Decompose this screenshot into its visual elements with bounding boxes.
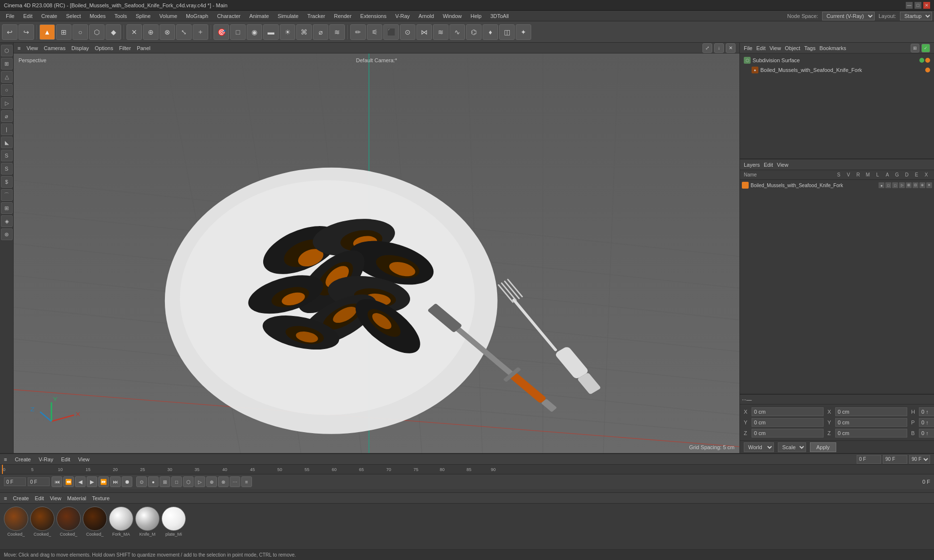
next-frame-button[interactable]: ⏩ [98,476,109,487]
timeline-btn-3[interactable]: ⊞ [160,476,170,487]
left-tool-15[interactable]: ⊛ [1,228,13,240]
menu-extensions[interactable]: Extensions [357,12,391,20]
left-tool-9[interactable]: S [1,150,13,161]
left-tool-6[interactable]: ⌀ [1,110,13,122]
extrude-button[interactable]: ⬛ [383,24,399,40]
layer-icon-2[interactable]: □ [885,182,891,188]
material-item-0[interactable]: Cooked_ [4,507,28,537]
move-tool-button[interactable]: ⊕ [143,24,159,40]
left-tool-13[interactable]: ⊞ [1,202,13,214]
tl-fps-dropdown[interactable]: 90 F [909,455,930,464]
coord-y-input2[interactable] [835,418,907,427]
viewport-menu-cameras[interactable]: Cameras [44,45,66,51]
coord-z-input[interactable] [752,429,824,438]
viewport-menu-display[interactable]: Display [72,45,89,51]
tl-frame-start-input[interactable] [857,455,881,464]
tl-menu-vray[interactable]: V-Ray [38,456,53,462]
layers-menu-layers[interactable]: Layers [744,162,760,168]
timeline-btn-4[interactable]: □ [171,476,182,487]
timeline-btn-7[interactable]: ⊕ [206,476,217,487]
layout-dropdown[interactable]: Startup [900,12,932,20]
tl-frame-end-input[interactable] [883,455,907,464]
om-menu-edit[interactable]: Edit [756,45,766,51]
floor-button[interactable]: ▬ [263,24,279,40]
record-button[interactable]: ⏺ [122,476,132,487]
left-tool-14[interactable]: ◈ [1,215,13,227]
play-reverse-button[interactable]: ◀ [75,476,86,487]
mat-menu-material[interactable]: Material [67,495,86,501]
knife-tool-button[interactable]: ⚟ [367,24,382,40]
coord-h-input[interactable] [919,407,934,416]
timeline-btn-2[interactable]: ● [148,476,159,487]
menu-select[interactable]: Select [62,12,85,20]
timeline-btn-10[interactable]: ≡ [241,476,252,487]
hair-button[interactable]: ≋ [329,24,345,40]
mat-menu-view[interactable]: View [50,495,61,501]
redo-button[interactable]: ↪ [18,24,34,40]
viewport-menu-view[interactable]: View [26,45,38,51]
node-space-dropdown[interactable]: Current (V-Ray) [822,12,875,20]
tl-menu-edit[interactable]: Edit [61,456,70,462]
sculpt-button[interactable]: ≋ [433,24,449,40]
tl-menu-create[interactable]: Create [15,456,31,462]
menu-vray[interactable]: V-Ray [391,12,413,20]
add-button[interactable]: ＋ [193,24,208,40]
goto-end-button[interactable]: ⏭ [110,476,121,487]
character-button[interactable]: ⌀ [313,24,328,40]
left-tool-8[interactable]: ◣ [1,137,13,148]
left-tool-3[interactable]: △ [1,71,13,83]
timeline-btn-1[interactable]: ⊙ [136,476,147,487]
menu-mograph[interactable]: MoGraph [182,12,212,20]
viewport-menu-toggle[interactable]: ≡ [18,45,20,51]
light2-button[interactable]: ✦ [516,24,531,40]
play-button[interactable]: ▶ [87,476,97,487]
minimize-button[interactable]: — [906,2,913,9]
om-toggle-2[interactable]: ✓ [921,44,930,52]
timeline-btn-5[interactable]: ⬡ [183,476,194,487]
current-frame-input2[interactable] [28,477,50,486]
material-item-1[interactable]: Cooked_ [30,507,54,537]
coord-z-input2[interactable] [835,429,907,438]
menu-window[interactable]: Window [439,12,466,20]
smooth-button[interactable]: ⌬ [466,24,482,40]
menu-arnold[interactable]: Arnold [414,12,438,20]
layers-menu-edit[interactable]: Edit [764,162,773,168]
select-tool-button[interactable]: ✕ [126,24,142,40]
menu-character[interactable]: Character [213,12,244,20]
object-tree-item-mussels[interactable]: ● Boiled_Mussels_with_Seafood_Knife_Fork [750,65,932,75]
undo-button[interactable]: ↩ [2,24,18,40]
layer-icon-4[interactable]: ▷ [899,182,905,188]
material-item-2[interactable]: Cooked_ [56,507,81,537]
close-button[interactable]: ✕ [923,2,930,9]
timeline-btn-8[interactable]: ⊗ [218,476,229,487]
coord-y-input[interactable] [752,418,824,427]
om-menu-file[interactable]: File [744,45,753,51]
viewport-menu-panel[interactable]: Panel [137,45,150,51]
timeline-ruler[interactable]: 0 5 10 15 20 25 30 35 40 45 50 55 60 65 … [0,465,934,474]
paint-button[interactable]: ✏ [350,24,366,40]
viewport-canvas[interactable]: X Y Z Perspective Default Camera:* Grid … [14,53,739,453]
timeline-btn-9[interactable]: ⋯ [230,476,240,487]
layer-icon-3[interactable]: □ [892,182,898,188]
om-menu-object[interactable]: Object [785,45,800,51]
menu-simulate[interactable]: Simulate [274,12,303,20]
edge-cut-button[interactable]: ◆ [106,24,121,40]
material-item-3[interactable]: Cooked_ [83,507,107,537]
left-tool-1[interactable]: ⬡ [1,45,13,56]
coord-x-input2[interactable] [835,407,907,416]
polygon-mode-button[interactable]: ⬡ [89,24,105,40]
maximize-button[interactable]: □ [915,2,921,9]
menu-file[interactable]: File [2,12,18,20]
left-tool-10[interactable]: S [1,163,13,175]
left-tool-2[interactable]: ⊞ [1,58,13,70]
viewport-close-button[interactable]: ✕ [726,43,736,53]
layer-icon-6[interactable]: ⊡ [913,182,918,188]
camera-button[interactable]: ◉ [247,24,262,40]
om-menu-view[interactable]: View [770,45,781,51]
layer-icon-7[interactable]: ⊚ [919,182,925,188]
deformer-button[interactable]: ⌘ [296,24,312,40]
coord-b-input[interactable] [919,429,934,438]
coord-x-input[interactable] [752,407,824,416]
coord-p-input[interactable] [919,418,934,427]
menu-edit[interactable]: Edit [19,12,36,20]
